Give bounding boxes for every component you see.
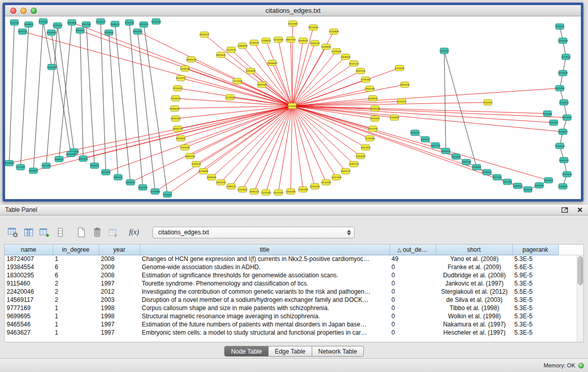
cell[interactable]: 1997 — [99, 320, 140, 329]
graph-node[interactable]: 18425142 — [349, 61, 359, 67]
graph-node[interactable]: 8944007 — [76, 28, 85, 33]
cell[interactable]: Embryonic stem cells: a model to study s… — [140, 329, 389, 337]
graph-node[interactable]: 15546595 — [249, 40, 259, 46]
cell[interactable]: 49 — [389, 255, 435, 263]
table-scrollbar-thumb[interactable] — [578, 256, 583, 285]
graph-node[interactable]: 12542409 — [288, 20, 298, 26]
graph-node[interactable]: 15096591 — [368, 96, 378, 101]
cell[interactable]: 1 — [53, 255, 99, 263]
graph-node[interactable]: 18322067 — [257, 82, 267, 87]
graph-node[interactable]: 10220369 — [101, 169, 111, 175]
graph-node[interactable]: 18698331 — [207, 174, 217, 180]
graph-node[interactable]: 17885212 — [226, 184, 236, 189]
graph-node[interactable]: 15608571 — [170, 96, 181, 101]
graph-node[interactable]: 10587585 — [461, 159, 471, 165]
graph-node[interactable]: 1724040 — [288, 103, 297, 109]
graph-node[interactable]: 9463627 — [55, 156, 64, 162]
tab-node-table[interactable]: Node Table — [224, 346, 269, 357]
cell[interactable]: 2012 — [99, 288, 140, 296]
graph-node[interactable]: 11381111 — [191, 161, 201, 167]
cell[interactable]: 1998 — [99, 312, 140, 320]
graph-node[interactable]: 9811076 — [140, 21, 148, 27]
graph-node[interactable]: 9245009 — [524, 187, 533, 192]
graph-node[interactable]: 16912995 — [368, 126, 378, 132]
graph-node[interactable]: 9465546 — [42, 163, 51, 168]
graph-node[interactable]: 1944794 — [440, 48, 449, 54]
column-header-name[interactable]: name — [5, 245, 53, 255]
table-row[interactable]: 969969511998Structural magnetic resonanc… — [5, 312, 583, 320]
cell[interactable]: Dudbridge et al. (2008) — [435, 271, 512, 279]
cell[interactable]: 1998 — [99, 304, 140, 312]
cell[interactable]: 5.3E-5 — [512, 320, 558, 329]
graph-node[interactable]: 15302873 — [216, 180, 226, 185]
graph-node[interactable]: 9106906 — [472, 164, 482, 170]
cell[interactable]: 0 — [389, 304, 435, 312]
graph-node[interactable]: 9115460 — [5, 160, 14, 166]
graph-node[interactable]: 18306770 — [172, 126, 183, 132]
graph-node[interactable]: 9617966 — [503, 179, 512, 185]
graph-node[interactable]: 16906092 — [298, 38, 308, 43]
cell[interactable]: 1 — [53, 312, 99, 320]
cell[interactable]: 9115460 — [5, 279, 53, 288]
graph-node[interactable]: 11932316 — [310, 184, 320, 189]
graph-node[interactable]: 18046443 — [370, 106, 380, 112]
graph-node[interactable]: 10802651 — [133, 29, 143, 34]
graph-node[interactable]: 1442243 — [549, 120, 558, 125]
cell[interactable]: Stergiakouli et al. (2012) — [435, 288, 512, 296]
graph-node[interactable]: 16961425 — [170, 116, 181, 121]
cell[interactable]: 6 — [53, 263, 99, 271]
graph-node[interactable]: 17571346 — [232, 78, 243, 84]
graph-node[interactable]: 8755704 — [125, 19, 134, 25]
graph-node[interactable]: 10559940 — [151, 18, 161, 24]
cell[interactable]: 9699695 — [5, 312, 53, 320]
cell[interactable]: Franke et al. (2009) — [435, 263, 512, 271]
graph-node[interactable]: 9699695 — [29, 168, 38, 173]
graph-node[interactable]: 19734903 — [395, 65, 405, 71]
graph-node[interactable]: 13129931 — [226, 47, 236, 53]
column-header-title[interactable]: title — [140, 245, 389, 255]
graph-node[interactable]: 9546328 — [90, 163, 99, 168]
graph-node[interactable]: 8604825 — [25, 21, 34, 27]
graph-node[interactable]: 9738504 — [104, 30, 114, 35]
graph-node[interactable]: 12940098 — [180, 65, 190, 71]
cell[interactable]: 1 — [53, 329, 99, 337]
cell[interactable]: 6 — [53, 271, 99, 279]
cell[interactable]: 0 — [389, 320, 435, 329]
graph-node[interactable]: 12610651 — [176, 136, 186, 141]
cell[interactable]: 5.3E-5 — [512, 255, 558, 263]
cell[interactable]: Estimation of the future numbers of pati… — [140, 320, 389, 329]
graph-node[interactable]: 9715908 — [39, 18, 48, 24]
graph-node[interactable]: 9634509 — [18, 29, 28, 34]
cell[interactable]: Hescheler et al. (1997) — [435, 329, 512, 337]
graph-node[interactable]: 9462740 — [82, 21, 91, 27]
graph-node[interactable]: 12476320 — [261, 190, 271, 195]
cell[interactable]: 2003 — [99, 296, 140, 304]
graph-node[interactable]: 17081983 — [298, 187, 308, 192]
graph-node[interactable]: 11245984 — [365, 136, 375, 141]
cell[interactable]: 2 — [53, 288, 99, 296]
graph-node[interactable]: 15657871 — [361, 145, 371, 150]
cell[interactable]: 5.3E-5 — [512, 304, 558, 312]
cell[interactable]: 2008 — [99, 271, 140, 279]
network-window-titlebar[interactable]: citations_edges.txt — [5, 5, 581, 16]
cell[interactable]: de Silva et al. (2003) — [435, 296, 512, 304]
graph-node[interactable]: 9012345 — [10, 19, 19, 25]
cell[interactable]: 1997 — [99, 279, 140, 288]
cell[interactable]: 9465546 — [5, 320, 53, 329]
table-row[interactable]: 946554611997Estimation of the future num… — [5, 320, 583, 329]
graph-node[interactable]: 10234502 — [482, 169, 492, 175]
cell[interactable]: Tibbo et al. (1998) — [435, 304, 512, 312]
cell[interactable]: Investigating the contribution of common… — [140, 288, 389, 296]
graph-node[interactable]: 9124025 — [163, 192, 172, 198]
graph-node[interactable]: 10391209 — [53, 23, 63, 28]
cell[interactable]: Wolkin et al. (1998) — [435, 312, 512, 320]
import-table-icon[interactable] — [107, 227, 119, 238]
graph-node[interactable]: 17478505 — [331, 49, 341, 54]
graph-node[interactable]: 18667029 — [286, 37, 296, 42]
table-row[interactable]: 1456911722003Disruption of a novel membe… — [5, 296, 583, 304]
cell[interactable]: 14569117 — [5, 296, 53, 304]
tab-network-table[interactable]: Network Table — [312, 346, 364, 357]
table-selector-dropdown[interactable]: citations_edges.txt — [153, 227, 355, 238]
cell[interactable]: 2 — [53, 279, 99, 288]
table-row[interactable]: 1938455462009Genome-wide association stu… — [5, 263, 583, 271]
